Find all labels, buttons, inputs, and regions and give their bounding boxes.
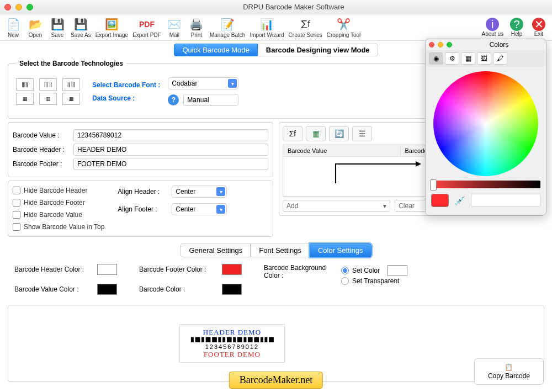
barcode-sample-icon[interactable]: || ||| bbox=[62, 78, 80, 91]
table-col: Barcode Value bbox=[283, 145, 401, 156]
save-as-button[interactable]: 💾Save As bbox=[71, 17, 91, 38]
footer-label: Barcode Footer : bbox=[13, 160, 73, 168]
preview-panel: HEADER DEMO █ ██ █ ██ ██ █ █ ██ █ ██ █ █… bbox=[8, 305, 544, 382]
hide-header-checkbox[interactable]: Hide Barcode Header bbox=[13, 187, 104, 194]
new-button[interactable]: 📄New bbox=[4, 17, 22, 38]
brightness-slider[interactable] bbox=[431, 181, 540, 188]
barcode-footer-input[interactable] bbox=[73, 158, 268, 170]
technology-legend: Select the Barcode Technologies bbox=[16, 60, 126, 67]
watermark: BarcodeMaker.net bbox=[229, 372, 323, 389]
data-source-select[interactable]: Manual bbox=[183, 94, 238, 106]
header-color-swatch[interactable] bbox=[97, 264, 117, 275]
barcode-value-input[interactable] bbox=[73, 129, 268, 141]
pdf-icon: PDF bbox=[139, 17, 155, 32]
wheel-tab[interactable]: ◉ bbox=[429, 52, 443, 65]
batch-icon: 📝 bbox=[220, 17, 235, 32]
barcode-font-select[interactable]: Codabar bbox=[168, 77, 238, 89]
zoom-window-button[interactable] bbox=[26, 4, 33, 10]
quick-mode-tab[interactable]: Quick Barcode Mode bbox=[174, 44, 257, 56]
general-settings-tab[interactable]: General Settings bbox=[181, 243, 251, 257]
align-header-label: Align Header : bbox=[118, 188, 167, 195]
value-color-swatch[interactable] bbox=[97, 284, 117, 295]
preview-header: HEADER DEMO bbox=[191, 328, 273, 337]
color-wheel[interactable] bbox=[433, 71, 538, 176]
picker-title: Colors bbox=[455, 41, 543, 49]
set-color-radio[interactable]: Set Color bbox=[341, 265, 407, 276]
help-icon[interactable]: ? bbox=[168, 94, 179, 105]
about-button[interactable]: iAbout us bbox=[482, 18, 503, 37]
hide-align-panel: Hide Barcode Header Hide Barcode Footer … bbox=[8, 181, 273, 237]
excel-button[interactable]: ▦ bbox=[306, 126, 326, 141]
barcode-color-swatch[interactable] bbox=[222, 284, 242, 295]
color-picker-panel: Colors ◉ ⚙ ▦ 🖼 🖍 💉 bbox=[425, 39, 546, 215]
annotation-arrow bbox=[336, 161, 421, 168]
formula-button[interactable]: Σf bbox=[283, 126, 302, 141]
bg-color-label: Barcode Background Color : bbox=[264, 264, 336, 279]
footer-color-swatch[interactable] bbox=[222, 264, 242, 275]
close-window-button[interactable] bbox=[4, 4, 11, 10]
help-button[interactable]: ?Help bbox=[508, 18, 526, 37]
minimize-window-button[interactable] bbox=[15, 4, 22, 10]
barcode-type-icons: ||||| ||| || || ||| ▦ ▥ ▩ bbox=[16, 78, 80, 105]
color-settings-tab[interactable]: Color Settings bbox=[310, 243, 371, 257]
preview-bars: █ ██ █ ██ ██ █ █ ██ █ ██ █ ██ ██ █ █ ██ bbox=[191, 338, 273, 342]
cropping-tool-button[interactable]: ✂️Cropping Tool bbox=[327, 17, 361, 38]
sliders-tab[interactable]: ⚙ bbox=[445, 52, 459, 65]
align-footer-select[interactable]: Center bbox=[172, 203, 227, 215]
refresh-button[interactable]: 🔄 bbox=[329, 126, 349, 141]
hide-value-checkbox[interactable]: Hide Barcode Value bbox=[13, 211, 104, 219]
copy-barcode-button[interactable]: 📋 Copy Barcode bbox=[474, 358, 544, 385]
barcode-sample-icon[interactable]: ▥ bbox=[39, 93, 57, 105]
barcode-sample-icon[interactable]: ▩ bbox=[62, 93, 80, 105]
picker-close-button[interactable] bbox=[429, 42, 434, 47]
save-as-icon: 💾 bbox=[73, 17, 88, 32]
series-icon: Σf bbox=[298, 17, 313, 32]
eyedropper-icon[interactable]: 💉 bbox=[454, 195, 465, 206]
crayon-tab[interactable]: 🖍 bbox=[493, 52, 507, 65]
save-icon: 💾 bbox=[50, 17, 65, 32]
image-tab[interactable]: 🖼 bbox=[477, 52, 491, 65]
color-settings-section: Barcode Header Color : Barcode Value Col… bbox=[8, 261, 544, 298]
manage-batch-button[interactable]: 📝Manage Batch bbox=[210, 17, 246, 38]
value-color-label: Barcode Value Color : bbox=[14, 285, 92, 293]
create-series-button[interactable]: ΣfCreate Series bbox=[289, 17, 322, 38]
save-button[interactable]: 💾Save bbox=[49, 17, 66, 38]
preview-footer: FOOTER DEMO bbox=[191, 350, 273, 359]
settings-tabs: General Settings Font Settings Color Set… bbox=[8, 243, 544, 257]
barcode-header-input[interactable] bbox=[73, 144, 268, 156]
printer-icon: 🖨️ bbox=[189, 17, 204, 32]
source-label: Data Source : bbox=[92, 94, 160, 102]
align-header-select[interactable]: Center bbox=[172, 186, 227, 198]
info-icon: i bbox=[486, 18, 499, 31]
current-color-swatch[interactable] bbox=[431, 194, 449, 207]
saved-colors-grid[interactable] bbox=[471, 194, 540, 207]
mail-icon: ✉️ bbox=[167, 17, 182, 32]
hide-footer-checkbox[interactable]: Hide Barcode Footer bbox=[13, 199, 104, 206]
list-button[interactable]: ☰ bbox=[352, 126, 372, 141]
design-mode-tab[interactable]: Barcode Designing view Mode bbox=[258, 44, 378, 56]
value-label: Barcode Value : bbox=[13, 131, 73, 139]
export-image-button[interactable]: 🖼️Export Image bbox=[95, 17, 128, 38]
barcode-sample-icon[interactable]: ||||| bbox=[16, 78, 34, 91]
mail-button[interactable]: ✉️Mail bbox=[166, 17, 183, 38]
open-button[interactable]: 📂Open bbox=[26, 17, 44, 38]
copy-icon: 📋 bbox=[505, 363, 513, 371]
export-pdf-button[interactable]: PDFExport PDF bbox=[132, 17, 161, 38]
print-button[interactable]: 🖨️Print bbox=[188, 17, 205, 38]
add-select[interactable]: Add▾ bbox=[283, 200, 390, 212]
exit-button[interactable]: ✕Exit bbox=[530, 18, 548, 37]
show-value-top-checkbox[interactable]: Show Barcode Value in Top bbox=[13, 223, 104, 231]
barcode-sample-icon[interactable]: ▦ bbox=[16, 93, 34, 105]
picker-min-button[interactable] bbox=[438, 42, 443, 47]
import-wizard-button[interactable]: 📊Import Wizard bbox=[250, 17, 284, 38]
picker-mode-tabs: ◉ ⚙ ▦ 🖼 🖍 bbox=[426, 50, 546, 67]
font-settings-tab[interactable]: Font Settings bbox=[251, 243, 310, 257]
set-transparent-radio[interactable]: Set Transparent bbox=[341, 277, 407, 285]
palette-tab[interactable]: ▦ bbox=[461, 52, 475, 65]
wizard-icon: 📊 bbox=[259, 17, 274, 32]
align-footer-label: Align Footer : bbox=[118, 205, 167, 213]
barcode-sample-icon[interactable]: ||| || bbox=[39, 78, 57, 91]
picker-zoom-button[interactable] bbox=[447, 42, 452, 47]
footer-color-label: Barcode Footer Color : bbox=[139, 266, 216, 273]
folder-open-icon: 📂 bbox=[28, 17, 43, 32]
